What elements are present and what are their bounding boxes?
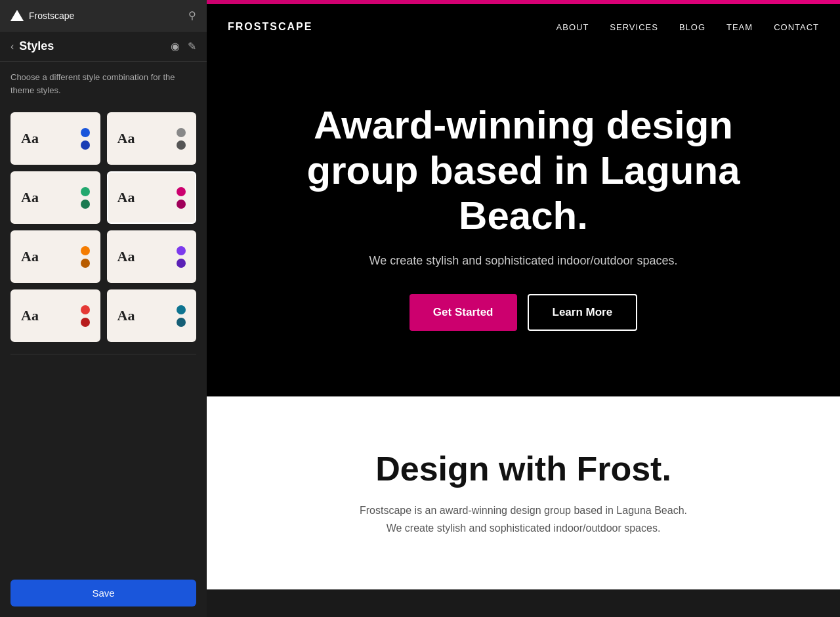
sidebar-title: Styles bbox=[19, 39, 171, 53]
style-dots bbox=[81, 246, 90, 268]
style-card-purple[interactable]: Aa bbox=[107, 230, 197, 283]
dot-1 bbox=[81, 305, 90, 314]
style-dots bbox=[177, 246, 186, 268]
style-card-aa: Aa bbox=[117, 130, 135, 147]
edit-icon[interactable]: ✎ bbox=[188, 40, 196, 53]
sidebar-logo: Frostscape bbox=[10, 10, 74, 21]
style-card-teal[interactable]: Aa bbox=[107, 289, 197, 342]
styles-grid: Aa Aa Aa Aa bbox=[0, 106, 207, 349]
sidebar-topbar: Frostscape ⚲ bbox=[0, 0, 207, 32]
section-subtext-line1: Frostscape is an award-winning design gr… bbox=[233, 501, 814, 519]
dot-1 bbox=[81, 128, 90, 137]
dot-1 bbox=[177, 128, 186, 137]
style-dots bbox=[177, 187, 186, 209]
style-card-gray[interactable]: Aa bbox=[107, 112, 197, 165]
nav-link-services[interactable]: SERVICES bbox=[610, 22, 658, 32]
style-card-aa: Aa bbox=[117, 248, 135, 265]
dot-2 bbox=[81, 259, 90, 268]
sidebar-header-icons: ◉ ✎ bbox=[171, 40, 196, 53]
dot-2 bbox=[177, 318, 186, 327]
sidebar: Frostscape ⚲ ‹ Styles ◉ ✎ Choose a diffe… bbox=[0, 0, 207, 617]
style-dots bbox=[81, 187, 90, 209]
nav-link-team[interactable]: TEAM bbox=[726, 22, 753, 32]
get-started-button[interactable]: Get Started bbox=[410, 294, 517, 331]
style-dots bbox=[177, 128, 186, 150]
dot-2 bbox=[177, 200, 186, 209]
style-card-aa: Aa bbox=[21, 189, 39, 206]
learn-more-button[interactable]: Learn More bbox=[528, 294, 638, 331]
nav-link-about[interactable]: ABOUT bbox=[556, 22, 589, 32]
dot-2 bbox=[81, 140, 90, 150]
site-logo: FROSTSCAPE bbox=[228, 21, 312, 33]
style-card-aa: Aa bbox=[21, 307, 39, 324]
preview-area: FROSTSCAPE ABOUT SERVICES BLOG TEAM CONT… bbox=[207, 0, 840, 617]
dot-1 bbox=[81, 187, 90, 196]
nav-link-blog[interactable]: BLOG bbox=[679, 22, 705, 32]
hero-heading: Award-winning design group based in Lagu… bbox=[294, 102, 753, 238]
hero-buttons: Get Started Learn More bbox=[410, 294, 637, 331]
style-card-aa: Aa bbox=[117, 189, 135, 206]
style-card-aa: Aa bbox=[117, 307, 135, 324]
style-card-aa: Aa bbox=[21, 130, 39, 147]
dot-2 bbox=[177, 259, 186, 268]
search-icon[interactable]: ⚲ bbox=[188, 9, 196, 22]
section-subtext-line2: We create stylish and sophisticated indo… bbox=[233, 519, 814, 537]
site-navbar: FROSTSCAPE ABOUT SERVICES BLOG TEAM CONT… bbox=[207, 4, 840, 50]
style-card-green[interactable]: Aa bbox=[10, 171, 100, 224]
style-card-pink[interactable]: Aa bbox=[107, 171, 197, 224]
style-card-red[interactable]: Aa bbox=[10, 289, 100, 342]
dot-2 bbox=[81, 318, 90, 327]
style-dots bbox=[177, 305, 186, 327]
dot-2 bbox=[177, 140, 186, 150]
dot-1 bbox=[81, 246, 90, 255]
style-card-orange[interactable]: Aa bbox=[10, 230, 100, 283]
styles-description: Choose a different style combination for… bbox=[0, 62, 207, 106]
dot-1 bbox=[177, 246, 186, 255]
nav-link-contact[interactable]: CONTACT bbox=[774, 22, 819, 32]
style-card-aa: Aa bbox=[21, 248, 39, 265]
logo-icon bbox=[10, 10, 24, 21]
save-button[interactable]: Save bbox=[10, 580, 196, 606]
dot-1 bbox=[177, 305, 186, 314]
section-heading: Design with Frost. bbox=[233, 449, 814, 488]
hero-subtext: We create stylish and sophisticated indo… bbox=[369, 254, 678, 268]
app-name: Frostscape bbox=[29, 11, 74, 21]
dot-2 bbox=[81, 200, 90, 209]
style-card-blue[interactable]: Aa bbox=[10, 112, 100, 165]
style-dots bbox=[81, 128, 90, 150]
sidebar-header: ‹ Styles ◉ ✎ bbox=[0, 32, 207, 62]
sidebar-divider bbox=[10, 354, 196, 354]
site-nav-links: ABOUT SERVICES BLOG TEAM CONTACT bbox=[556, 22, 819, 32]
dot-1 bbox=[177, 187, 186, 196]
eye-icon[interactable]: ◉ bbox=[171, 40, 180, 53]
site-section-white: Design with Frost. Frostscape is an awar… bbox=[207, 396, 840, 589]
style-dots bbox=[81, 305, 90, 327]
back-button[interactable]: ‹ bbox=[10, 41, 14, 53]
site-hero: Award-winning design group based in Lagu… bbox=[207, 50, 840, 396]
